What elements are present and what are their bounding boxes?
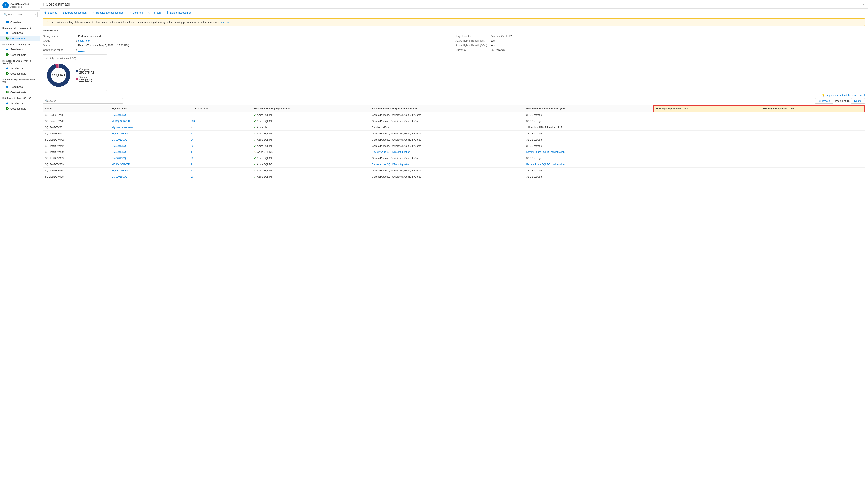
sidebar-item-mi-readiness[interactable]: Readiness — [0, 47, 40, 52]
column-header-config_storage[interactable]: Recommended configuration (Sto... — [524, 105, 654, 112]
table-cell[interactable]: MSSQLSERVER — [110, 118, 189, 124]
sidebar-item-db-cost[interactable]: $Cost estimate — [0, 106, 40, 112]
collapse-sidebar-button[interactable]: « — [34, 13, 36, 16]
table-cell[interactable]: SQLEXPRESS — [110, 168, 189, 174]
table-cell[interactable]: 21 — [189, 168, 251, 174]
sidebar-item-overview[interactable]: Overview — [0, 19, 40, 25]
sidebar-item-srv-cost[interactable]: $Cost estimate — [0, 90, 40, 95]
table-cell[interactable]: 2 — [189, 112, 251, 118]
expand-button[interactable]: › — [862, 2, 865, 7]
table-cell: SQLTestDBVM39 — [43, 149, 110, 155]
sidebar-item-db-readiness[interactable]: Readiness — [0, 100, 40, 106]
essentials-header[interactable]: ∧ Essentials — [43, 27, 865, 33]
table-cell[interactable]: 20 — [189, 174, 251, 180]
previous-page-button[interactable]: < Previous — [815, 98, 834, 104]
table-cell: GeneralPurpose, Provisioned, Gen5, 4 vCo… — [370, 130, 524, 137]
sidebar-item-label: Readiness — [10, 31, 23, 34]
table-cell[interactable]: DMS2016SQL — [110, 143, 189, 149]
table-link[interactable]: 203 — [191, 120, 195, 123]
table-link[interactable]: Review Azure SQL DB configuration — [372, 163, 410, 166]
svg-rect-1 — [7, 21, 8, 22]
table-cell[interactable]: DMS2012SQL — [110, 137, 189, 143]
table-link[interactable]: 21 — [191, 132, 193, 135]
refresh-button[interactable]: ↻Refresh — [147, 10, 162, 15]
table-link[interactable]: 2 — [191, 114, 192, 116]
table-cell[interactable]: SQLEXPRESS — [110, 130, 189, 137]
table-cell[interactable]: 203 — [189, 118, 251, 124]
table-link[interactable]: SQLEXPRESS — [112, 132, 128, 135]
table-cell[interactable]: 20 — [189, 155, 251, 161]
table-cell[interactable]: Migrate server to Az... — [110, 124, 189, 130]
column-header-sql_instance[interactable]: SQL instance — [110, 105, 189, 112]
table-link[interactable]: 20 — [191, 175, 193, 178]
table-cell: ✔Azure SQL MI — [251, 137, 370, 143]
table-cell[interactable]: 21 — [189, 130, 251, 137]
sidebar-item-label: Readiness — [10, 67, 23, 69]
column-header-deployment_type[interactable]: Recommended deployment type — [251, 105, 370, 112]
sidebar-item-mi-cost[interactable]: $Cost estimate — [0, 52, 40, 58]
recalculate-button[interactable]: ↻Recalculate assessment — [92, 10, 126, 15]
table-link[interactable]: DMS2016SQL — [112, 157, 127, 160]
table-link[interactable]: 1 — [191, 163, 192, 166]
essentials-value-link[interactable]: costCheck — [78, 39, 90, 42]
deployment-type-label: Azure SQL DB — [257, 163, 273, 166]
table-row: SQLTestDBVM42DMS2012SQL24✔Azure SQL MIGe… — [43, 137, 865, 143]
column-header-config_compute[interactable]: Recommended configuration (Compute) — [370, 105, 524, 112]
table-search-input[interactable] — [49, 100, 121, 102]
status-icon: ✔ — [253, 163, 256, 166]
table-link[interactable]: 20 — [191, 145, 193, 147]
columns-button[interactable]: ≡Columns — [129, 10, 144, 15]
table-link[interactable]: DMS2016SQL — [112, 175, 127, 178]
table-link[interactable]: DMS2012SQL — [112, 151, 127, 153]
export-button[interactable]: ↓Export assessment — [62, 10, 89, 15]
search-input[interactable] — [7, 13, 34, 16]
essentials-dotted-value[interactable]: - - - - - — [78, 49, 85, 52]
table-cell[interactable]: 1 — [189, 161, 251, 168]
sidebar-item-vm-cost[interactable]: $Cost estimate — [0, 71, 40, 77]
essentials-title: Essentials — [45, 29, 58, 32]
table-link[interactable]: SQLEXPRESS — [112, 169, 128, 172]
sidebar-item-vm-readiness[interactable]: Readiness — [0, 65, 40, 71]
table-link[interactable]: MSSQLSERVER — [112, 163, 130, 166]
table-cell[interactable]: 1 — [189, 149, 251, 155]
sidebar-item-rd-readiness[interactable]: Readiness — [0, 30, 40, 36]
table-search[interactable]: 🔍 — [43, 98, 123, 104]
table-cell[interactable]: - — [189, 124, 251, 130]
table-link[interactable]: 21 — [191, 169, 193, 172]
alert-learn-more-link[interactable]: Learn more. — [220, 21, 233, 24]
table-cell[interactable]: DMS2016SQL — [110, 155, 189, 161]
table-cell[interactable]: DMS2012SQL — [110, 149, 189, 155]
table-link[interactable]: 24 — [191, 138, 193, 141]
sidebar-item-rd-cost[interactable]: $Cost estimate — [0, 36, 40, 41]
table-cell[interactable]: DMS2016SQL — [110, 174, 189, 180]
table-row: SQLScaleDBVM2MSSQLSERVER203✔Azure SQL MI… — [43, 118, 865, 124]
column-header-server[interactable]: Server — [43, 105, 110, 112]
delete-button[interactable]: 🗑Delete assessment — [165, 10, 193, 15]
table-cell[interactable]: MSSQLSERVER — [110, 161, 189, 168]
column-header-monthly_compute_cost[interactable]: Monthly compute cost (USD) — [654, 105, 761, 112]
table-cell[interactable]: 20 — [189, 143, 251, 149]
table-link[interactable]: 20 — [191, 157, 193, 160]
settings-button[interactable]: ⚙Settings — [43, 10, 58, 15]
table-link[interactable]: 1 — [191, 151, 192, 153]
table-cell: ⚠Azure SQL DB — [251, 149, 370, 155]
column-header-monthly_storage_cost[interactable]: Monthly storage cost (USD) — [761, 105, 865, 112]
table-link[interactable]: Review Azure SQL DB configuration — [526, 151, 565, 153]
table-cell[interactable]: 24 — [189, 137, 251, 143]
table-link[interactable]: Review Azure SQL DB configuration — [372, 151, 410, 153]
sidebar-item-srv-readiness[interactable]: Readiness — [0, 84, 40, 90]
search-container[interactable]: 🔍 « — [2, 12, 38, 17]
table-cell — [761, 161, 865, 168]
table-link[interactable]: DMS2012SQL — [112, 138, 127, 141]
more-options-button[interactable]: ··· — [71, 2, 74, 6]
column-header-user_databases[interactable]: User databases — [189, 105, 251, 112]
table-cell[interactable]: DMS2012SQL — [110, 112, 189, 118]
table-link[interactable]: DMS2016SQL — [112, 145, 127, 147]
table-link[interactable]: MSSQLSERVER — [112, 120, 130, 123]
next-page-button[interactable]: Next > — [851, 98, 865, 104]
table-link[interactable]: DMS2012SQL — [112, 114, 127, 116]
table-link[interactable]: Review Azure SQL DB configuration — [526, 163, 565, 166]
table-link[interactable]: Migrate server to Az... — [112, 126, 135, 129]
table-cell: GeneralPurpose, Provisioned, Gen5, 4 vCo… — [370, 143, 524, 149]
help-link[interactable]: 💡 Help me understand this assessment — [822, 94, 865, 97]
